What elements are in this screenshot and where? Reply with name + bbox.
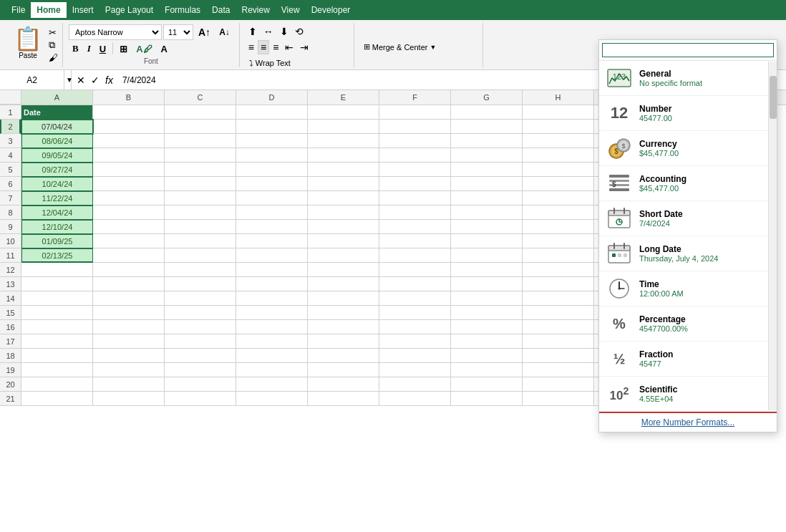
- cell-C14[interactable]: [165, 291, 236, 306]
- menu-view[interactable]: View: [276, 2, 306, 18]
- cell-D21[interactable]: [236, 392, 308, 406]
- cell-E5[interactable]: [308, 163, 379, 177]
- cell-C19[interactable]: [165, 363, 236, 377]
- cell-B10[interactable]: [93, 234, 165, 248]
- decrease-indent-button[interactable]: ⇤: [282, 40, 296, 54]
- cell-D8[interactable]: [236, 205, 308, 220]
- cell-E11[interactable]: [308, 248, 379, 263]
- borders-button[interactable]: ⊞: [116, 42, 131, 56]
- row-num-17[interactable]: 17: [0, 334, 21, 349]
- cell-B9[interactable]: [93, 220, 165, 234]
- cell-D18[interactable]: [236, 349, 308, 363]
- text-angle-button[interactable]: ⟲: [292, 24, 306, 39]
- cell-A15[interactable]: [21, 306, 93, 320]
- merge-dropdown-arrow[interactable]: ▼: [430, 44, 436, 51]
- cell-G14[interactable]: [451, 291, 523, 306]
- cell-G9[interactable]: [451, 220, 523, 234]
- row-num-4[interactable]: 4: [0, 148, 21, 163]
- cell-F10[interactable]: [379, 234, 451, 248]
- decrease-font-size-button[interactable]: A↓: [215, 26, 233, 39]
- cell-G11[interactable]: [451, 248, 523, 263]
- bold-button[interactable]: B: [69, 42, 82, 56]
- cell-H12[interactable]: [523, 263, 594, 277]
- cell-B6[interactable]: [93, 177, 165, 191]
- col-header-H[interactable]: H: [523, 90, 594, 105]
- cell-D17[interactable]: [236, 334, 308, 349]
- cell-E16[interactable]: [308, 320, 379, 334]
- cell-F3[interactable]: [379, 134, 451, 148]
- cell-G18[interactable]: [451, 349, 523, 363]
- cut-button[interactable]: ✂: [49, 27, 58, 38]
- cell-B19[interactable]: [93, 363, 165, 377]
- cell-reference-box[interactable]: A2: [0, 70, 64, 90]
- cell-B7[interactable]: [93, 191, 165, 205]
- row-num-12[interactable]: 12: [0, 263, 21, 277]
- cell-D6[interactable]: [236, 177, 308, 191]
- cell-F17[interactable]: [379, 334, 451, 349]
- menu-data[interactable]: Data: [206, 2, 236, 18]
- cell-C17[interactable]: [165, 334, 236, 349]
- cell-D13[interactable]: [236, 277, 308, 291]
- row-num-1[interactable]: 1: [0, 105, 21, 120]
- cell-D12[interactable]: [236, 263, 308, 277]
- cell-E3[interactable]: [308, 134, 379, 148]
- cell-H7[interactable]: [523, 191, 594, 205]
- cell-B5[interactable]: [93, 163, 165, 177]
- cell-G7[interactable]: [451, 191, 523, 205]
- align-middle-button[interactable]: ↔: [261, 24, 276, 39]
- cell-H2[interactable]: [523, 120, 594, 134]
- cell-C13[interactable]: [165, 277, 236, 291]
- cell-G10[interactable]: [451, 234, 523, 248]
- cell-G6[interactable]: [451, 177, 523, 191]
- cell-F20[interactable]: [379, 377, 451, 392]
- cell-E21[interactable]: [308, 392, 379, 406]
- cell-G8[interactable]: [451, 205, 523, 220]
- col-header-B[interactable]: B: [93, 90, 165, 105]
- align-center-button[interactable]: ≡: [258, 40, 269, 54]
- merge-center-button[interactable]: ⊞ Merge & Center ▼: [360, 40, 477, 54]
- cell-F18[interactable]: [379, 349, 451, 363]
- cell-D14[interactable]: [236, 291, 308, 306]
- cell-D9[interactable]: [236, 220, 308, 234]
- cell-G16[interactable]: [451, 320, 523, 334]
- cell-F2[interactable]: [379, 120, 451, 134]
- cell-F6[interactable]: [379, 177, 451, 191]
- cell-B2[interactable]: [93, 120, 165, 134]
- row-num-7[interactable]: 7: [0, 191, 21, 205]
- cell-D1[interactable]: [236, 105, 308, 120]
- cell-E10[interactable]: [308, 234, 379, 248]
- menu-page-layout[interactable]: Page Layout: [100, 2, 159, 18]
- fill-color-button[interactable]: A🖊: [132, 42, 155, 56]
- row-num-21[interactable]: 21: [0, 392, 21, 406]
- cell-B11[interactable]: [93, 248, 165, 263]
- cell-C2[interactable]: [165, 120, 236, 134]
- menu-home[interactable]: Home: [31, 2, 66, 18]
- cell-B12[interactable]: [93, 263, 165, 277]
- cell-F5[interactable]: [379, 163, 451, 177]
- cell-A1[interactable]: Date: [21, 105, 93, 120]
- cell-A5[interactable]: 09/27/24: [21, 163, 93, 177]
- cell-C11[interactable]: [165, 248, 236, 263]
- cell-G15[interactable]: [451, 306, 523, 320]
- wrap-text-button[interactable]: ⤵ Wrap Text: [246, 57, 294, 69]
- cell-A21[interactable]: [21, 392, 93, 406]
- cell-C6[interactable]: [165, 177, 236, 191]
- cell-B4[interactable]: [93, 148, 165, 163]
- cell-A11[interactable]: 02/13/25: [21, 248, 93, 263]
- menu-review[interactable]: Review: [236, 2, 275, 18]
- cell-A7[interactable]: 11/22/24: [21, 191, 93, 205]
- row-num-16[interactable]: 16: [0, 320, 21, 334]
- paste-button[interactable]: 📋 Paste: [9, 24, 47, 66]
- cell-G5[interactable]: [451, 163, 523, 177]
- cell-E8[interactable]: [308, 205, 379, 220]
- cell-G1[interactable]: [451, 105, 523, 120]
- row-num-20[interactable]: 20: [0, 377, 21, 392]
- format-item-number[interactable]: 12 Number 45477.00: [599, 96, 777, 131]
- cell-D7[interactable]: [236, 191, 308, 205]
- cell-B13[interactable]: [93, 277, 165, 291]
- cell-A2[interactable]: 07/04/24: [21, 120, 93, 134]
- menu-developer[interactable]: Developer: [306, 2, 356, 18]
- cell-C9[interactable]: [165, 220, 236, 234]
- format-painter-button[interactable]: 🖌: [49, 52, 58, 63]
- cell-H18[interactable]: [523, 349, 594, 363]
